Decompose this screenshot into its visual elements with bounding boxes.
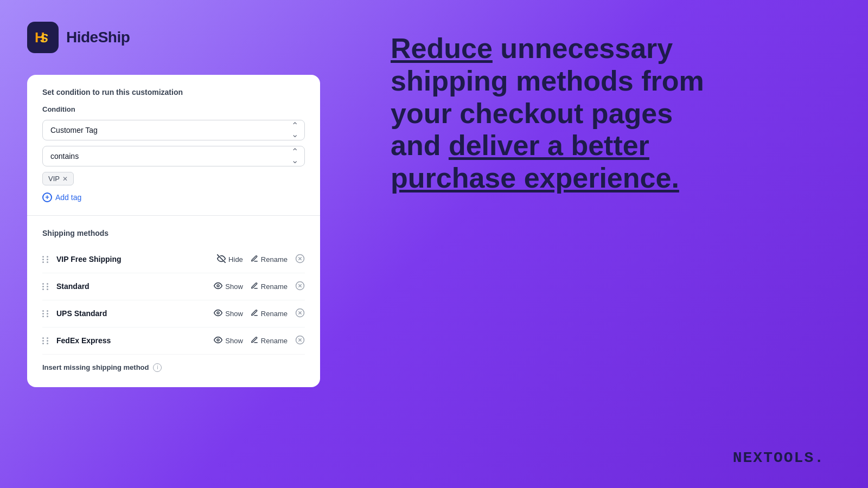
hero-line-shipping: shipping methods from: [391, 65, 704, 97]
drag-handle-ups[interactable]: [42, 310, 50, 317]
app-logo-icon: H S: [27, 22, 59, 53]
hero-line-checkout: your checkout pages: [391, 98, 673, 129]
svg-point-6: [217, 285, 219, 287]
hero-word-unnecessary: unnecessary: [493, 33, 673, 64]
show-label-standard: Show: [225, 282, 243, 291]
show-label-ups: Show: [225, 310, 243, 318]
rename-icon-vip: [251, 255, 258, 264]
shipping-actions-ups: Show Rename: [214, 308, 305, 319]
rename-label-ups: Rename: [261, 310, 288, 318]
add-tag-button[interactable]: + Add tag: [42, 192, 81, 202]
rename-button-standard[interactable]: Rename: [251, 282, 288, 291]
shipping-name-standard: Standard: [56, 282, 207, 291]
drag-handle-standard[interactable]: [42, 283, 50, 290]
rename-button-vip[interactable]: Rename: [251, 255, 288, 264]
show-icon-ups: [214, 309, 222, 319]
shipping-section: Shipping methods VIP Free Shipping: [27, 216, 320, 387]
tag-remove-icon[interactable]: ✕: [62, 176, 68, 182]
shipping-actions-standard: Show Rename: [214, 281, 305, 292]
shipping-actions-vip: Hide Rename: [217, 254, 305, 265]
condition-section: Set condition to run this customization …: [27, 75, 320, 216]
show-label-fedex: Show: [225, 337, 243, 345]
nextools-label: NEXTOOLS.: [733, 450, 825, 466]
nextools-logo: NEXTOOLS.: [391, 450, 825, 466]
hide-icon-vip: [217, 254, 226, 265]
shipping-row-vip: VIP Free Shipping Hide: [42, 246, 305, 273]
show-icon-standard: [214, 281, 222, 292]
show-button-fedex[interactable]: Show: [214, 336, 243, 346]
insert-info-icon[interactable]: i: [153, 363, 162, 372]
add-tag-plus-icon: +: [42, 192, 52, 202]
hide-button-vip[interactable]: Hide: [217, 254, 243, 265]
rename-icon-fedex: [251, 336, 258, 345]
rename-label-vip: Rename: [261, 255, 288, 264]
hero-line-and: and: [391, 130, 449, 161]
insert-row: Insert missing shipping method i: [42, 355, 305, 374]
app-name: HideShip: [66, 29, 130, 46]
shipping-row-fedex: FedEx Express Show: [42, 328, 305, 355]
hide-label-vip: Hide: [228, 255, 243, 264]
rename-icon-standard: [251, 282, 258, 291]
tag-chip-label: VIP: [48, 175, 60, 183]
condition-select[interactable]: Customer Tag Order Total Customer Locati…: [42, 120, 305, 140]
hero-word-reduce: Reduce: [391, 33, 493, 64]
hero-phrase-deliver: deliver a better: [449, 130, 649, 161]
shipping-section-title: Shipping methods: [42, 229, 305, 237]
drag-handle-fedex[interactable]: [42, 337, 50, 344]
condition-label: Condition: [42, 105, 305, 113]
remove-button-ups[interactable]: [295, 308, 305, 319]
rename-label-standard: Rename: [261, 282, 288, 291]
logo-area: H S HideShip: [27, 22, 320, 53]
drag-handle-vip[interactable]: [42, 256, 50, 263]
svg-point-14: [217, 339, 219, 341]
rename-button-fedex[interactable]: Rename: [251, 336, 288, 345]
hero-phrase-purchase: purchase experience.: [391, 162, 679, 194]
show-button-standard[interactable]: Show: [214, 281, 243, 292]
shipping-name-ups: UPS Standard: [56, 309, 207, 318]
rename-icon-ups: [251, 309, 258, 318]
svg-text:S: S: [40, 31, 49, 45]
rename-button-ups[interactable]: Rename: [251, 309, 288, 318]
remove-button-fedex[interactable]: [295, 335, 305, 346]
condition-section-title: Set condition to run this customization: [42, 88, 305, 97]
shipping-actions-fedex: Show Rename: [214, 335, 305, 346]
tags-row: VIP ✕: [42, 172, 305, 185]
remove-button-vip[interactable]: [295, 254, 305, 265]
left-panel: H S HideShip Set condition to run this c…: [0, 0, 347, 488]
hero-text: Reduce unnecessary shipping methods from…: [391, 33, 705, 195]
svg-point-10: [217, 312, 219, 314]
operator-select-wrapper: contains does not contain equals starts …: [42, 146, 305, 166]
show-button-ups[interactable]: Show: [214, 309, 243, 319]
tag-chip-vip: VIP ✕: [42, 172, 74, 185]
show-icon-fedex: [214, 336, 222, 346]
insert-label: Insert missing shipping method: [42, 363, 149, 371]
add-tag-label: Add tag: [55, 193, 81, 202]
condition-select-wrapper: Customer Tag Order Total Customer Locati…: [42, 120, 305, 140]
operator-select[interactable]: contains does not contain equals starts …: [42, 146, 305, 166]
main-card: Set condition to run this customization …: [27, 75, 320, 387]
shipping-row-standard: Standard Show: [42, 273, 305, 300]
rename-label-fedex: Rename: [261, 337, 288, 345]
shipping-row-ups: UPS Standard Show: [42, 300, 305, 328]
shipping-name-vip: VIP Free Shipping: [56, 255, 210, 264]
right-panel: Reduce unnecessary shipping methods from…: [347, 0, 868, 488]
shipping-name-fedex: FedEx Express: [56, 336, 207, 345]
remove-button-standard[interactable]: [295, 281, 305, 292]
